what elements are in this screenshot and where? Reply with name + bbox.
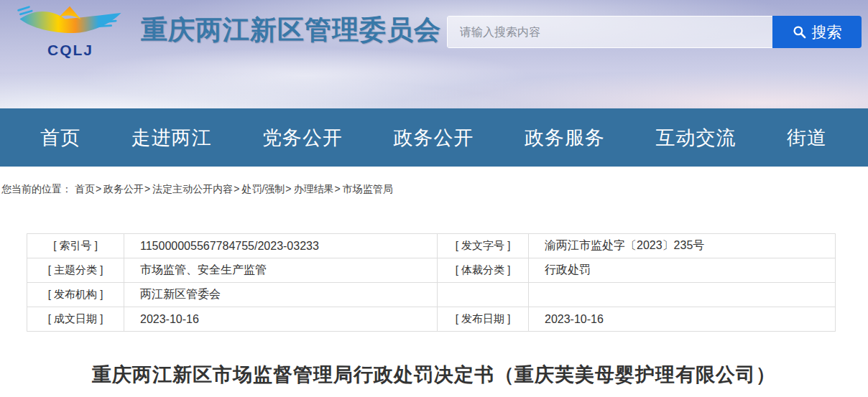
table-row: [ 成文日期 ]2023-10-16[ 发布日期 ]2023-10-16 — [27, 307, 836, 332]
breadcrumb-item[interactable]: 办理结果 — [294, 183, 334, 195]
meta-label — [438, 283, 529, 307]
doc-meta-table: [ 索引号 ]115000005567784755/2023-03233[ 发文… — [27, 233, 836, 332]
site-logo[interactable]: CQLJ — [9, 4, 132, 57]
meta-label: [ 体裁分类 ] — [438, 258, 529, 283]
search-input[interactable] — [447, 16, 772, 48]
meta-value: 两江新区管委会 — [124, 283, 438, 307]
meta-label: [ 发布日期 ] — [438, 307, 529, 332]
breadcrumb-separator: > — [334, 183, 343, 195]
nav-item[interactable]: 党务公开 — [262, 125, 343, 151]
site-title: 重庆两江新区管理委员会 — [141, 12, 441, 48]
nav-item[interactable]: 政务公开 — [394, 125, 474, 151]
document-title: 重庆两江新区市场监督管理局行政处罚决定书（重庆芙美母婴护理有限公司） — [0, 362, 868, 388]
nav-item[interactable]: 政务服务 — [525, 125, 605, 151]
meta-value: 渝两江市监处字〔2023〕235号 — [529, 234, 836, 258]
breadcrumb-separator: > — [95, 183, 103, 195]
nav-item[interactable]: 走进两江 — [131, 125, 212, 151]
breadcrumb: 您当前的位置： 首页>政务公开>法定主动公开内容>处罚/强制>办理结果>市场监管… — [1, 183, 868, 195]
logo-swoosh-icon — [13, 4, 128, 42]
main-nav: 首页走进两江党务公开政务公开政务服务互动交流街道 — [0, 108, 868, 167]
breadcrumb-item[interactable]: 市场监管局 — [343, 183, 393, 195]
breadcrumb-separator: > — [233, 183, 241, 195]
meta-label: [ 发布机构 ] — [27, 283, 124, 307]
search-button[interactable]: 搜索 — [772, 16, 862, 48]
breadcrumb-item[interactable]: 处罚/强制 — [241, 183, 285, 195]
nav-item[interactable]: 互动交流 — [656, 125, 737, 151]
table-row: [ 主题分类 ]市场监管、安全生产监管[ 体裁分类 ]行政处罚 — [27, 258, 836, 283]
meta-value: 市场监管、安全生产监管 — [124, 258, 438, 283]
logo-text: CQLJ — [9, 42, 132, 57]
header-banner: CQLJ 重庆两江新区管理委员会 搜索 — [0, 0, 868, 108]
search-button-label: 搜索 — [812, 22, 842, 42]
meta-value: 行政处罚 — [529, 258, 836, 283]
search-bar: 搜索 — [447, 16, 862, 48]
breadcrumb-item[interactable]: 政务公开 — [103, 183, 144, 195]
breadcrumb-item[interactable]: 首页 — [75, 183, 95, 195]
meta-label: [ 索引号 ] — [27, 234, 124, 258]
breadcrumb-prefix: 您当前的位置： — [1, 183, 72, 195]
breadcrumb-item[interactable]: 法定主动公开内容 — [152, 183, 233, 195]
nav-item[interactable]: 首页 — [40, 125, 80, 151]
meta-value: 2023-10-16 — [529, 307, 836, 332]
nav-item[interactable]: 街道 — [787, 125, 827, 151]
breadcrumb-separator: > — [285, 183, 293, 195]
meta-label: [ 发文字号 ] — [438, 234, 529, 258]
table-row: [ 索引号 ]115000005567784755/2023-03233[ 发文… — [27, 234, 836, 258]
search-icon — [793, 25, 806, 39]
meta-value — [529, 283, 836, 307]
meta-label: [ 主题分类 ] — [27, 258, 124, 283]
meta-value: 115000005567784755/2023-03233 — [124, 234, 438, 258]
table-row: [ 发布机构 ]两江新区管委会 — [27, 283, 836, 307]
meta-label: [ 成文日期 ] — [27, 307, 124, 332]
meta-value: 2023-10-16 — [124, 307, 438, 332]
breadcrumb-separator: > — [144, 183, 152, 195]
